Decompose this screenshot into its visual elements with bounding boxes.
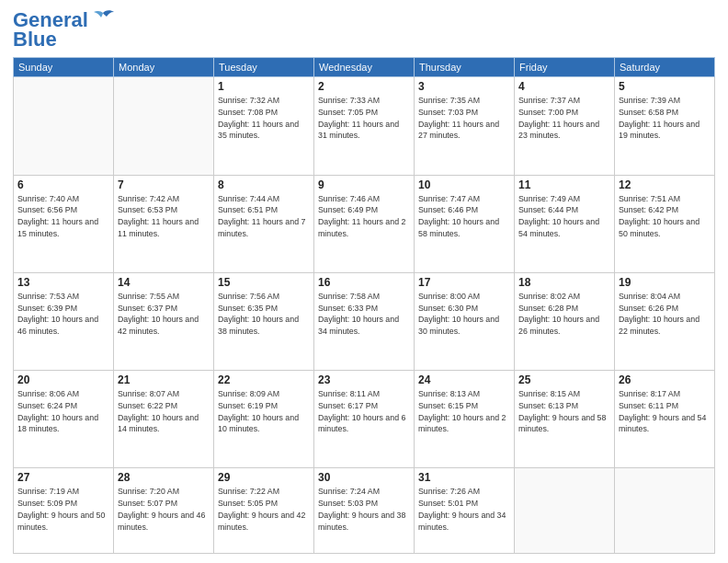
day-info: Sunrise: 7:42 AMSunset: 6:53 PMDaylight:…	[118, 193, 210, 240]
day-info: Sunrise: 8:11 AMSunset: 6:17 PMDaylight:…	[318, 388, 410, 435]
day-number: 6	[17, 178, 109, 191]
day-info: Sunrise: 7:46 AMSunset: 6:49 PMDaylight:…	[318, 193, 410, 240]
day-info: Sunrise: 8:07 AMSunset: 6:22 PMDaylight:…	[118, 388, 210, 435]
day-number: 23	[318, 373, 410, 386]
weekday-header-sunday: Sunday	[14, 58, 114, 77]
weekday-header-wednesday: Wednesday	[314, 58, 415, 77]
day-info: Sunrise: 7:19 AMSunset: 5:09 PMDaylight:…	[17, 486, 109, 533]
day-info: Sunrise: 8:04 AMSunset: 6:26 PMDaylight:…	[619, 291, 711, 338]
calendar-cell: 24Sunrise: 8:13 AMSunset: 6:15 PMDayligh…	[415, 371, 515, 468]
calendar-cell: 2Sunrise: 7:33 AMSunset: 7:05 PMDaylight…	[314, 77, 415, 175]
day-number: 24	[418, 373, 510, 386]
weekday-header-friday: Friday	[515, 58, 615, 77]
day-number: 30	[318, 471, 410, 484]
week-row-4: 20Sunrise: 8:06 AMSunset: 6:24 PMDayligh…	[14, 371, 715, 468]
day-number: 2	[318, 80, 410, 93]
day-number: 4	[518, 80, 610, 93]
calendar-cell: 23Sunrise: 8:11 AMSunset: 6:17 PMDayligh…	[314, 371, 415, 468]
day-info: Sunrise: 7:20 AMSunset: 5:07 PMDaylight:…	[118, 486, 210, 533]
calendar-cell: 22Sunrise: 8:09 AMSunset: 6:19 PMDayligh…	[214, 371, 314, 468]
logo-bird-icon	[90, 9, 116, 28]
day-info: Sunrise: 7:24 AMSunset: 5:03 PMDaylight:…	[318, 486, 410, 533]
day-number: 20	[17, 373, 109, 386]
day-info: Sunrise: 8:06 AMSunset: 6:24 PMDaylight:…	[17, 388, 109, 435]
day-info: Sunrise: 7:32 AMSunset: 7:08 PMDaylight:…	[218, 95, 310, 142]
day-number: 13	[17, 276, 109, 289]
calendar-cell: 15Sunrise: 7:56 AMSunset: 6:35 PMDayligh…	[214, 272, 314, 370]
logo: General Blue	[13, 9, 116, 52]
day-number: 7	[118, 178, 210, 191]
day-number: 3	[418, 80, 510, 93]
calendar-cell: 4Sunrise: 7:37 AMSunset: 7:00 PMDaylight…	[515, 77, 615, 175]
day-info: Sunrise: 7:37 AMSunset: 7:00 PMDaylight:…	[518, 95, 610, 142]
day-number: 8	[218, 178, 310, 191]
calendar-cell: 14Sunrise: 7:55 AMSunset: 6:37 PMDayligh…	[114, 272, 214, 370]
day-info: Sunrise: 7:53 AMSunset: 6:39 PMDaylight:…	[17, 291, 109, 338]
calendar-cell: 1Sunrise: 7:32 AMSunset: 7:08 PMDaylight…	[214, 77, 314, 175]
calendar-cell	[515, 468, 615, 554]
day-info: Sunrise: 7:55 AMSunset: 6:37 PMDaylight:…	[118, 291, 210, 338]
calendar-cell: 7Sunrise: 7:42 AMSunset: 6:53 PMDaylight…	[114, 175, 214, 272]
calendar-cell	[114, 77, 214, 175]
calendar-cell: 5Sunrise: 7:39 AMSunset: 6:58 PMDaylight…	[615, 77, 715, 175]
weekday-header-tuesday: Tuesday	[214, 58, 314, 77]
calendar-cell: 25Sunrise: 8:15 AMSunset: 6:13 PMDayligh…	[515, 371, 615, 468]
calendar-cell: 9Sunrise: 7:46 AMSunset: 6:49 PMDaylight…	[314, 175, 415, 272]
day-number: 16	[318, 276, 410, 289]
calendar-cell: 10Sunrise: 7:47 AMSunset: 6:46 PMDayligh…	[415, 175, 515, 272]
day-info: Sunrise: 7:58 AMSunset: 6:33 PMDaylight:…	[318, 291, 410, 338]
calendar-cell: 26Sunrise: 8:17 AMSunset: 6:11 PMDayligh…	[615, 371, 715, 468]
day-info: Sunrise: 7:35 AMSunset: 7:03 PMDaylight:…	[418, 95, 510, 142]
day-info: Sunrise: 8:09 AMSunset: 6:19 PMDaylight:…	[218, 388, 310, 435]
calendar-cell: 12Sunrise: 7:51 AMSunset: 6:42 PMDayligh…	[615, 175, 715, 272]
header: General Blue	[13, 9, 715, 52]
day-info: Sunrise: 7:49 AMSunset: 6:44 PMDaylight:…	[518, 193, 610, 240]
day-number: 26	[619, 373, 711, 386]
day-number: 15	[218, 276, 310, 289]
weekday-header-monday: Monday	[114, 58, 214, 77]
day-number: 22	[218, 373, 310, 386]
day-info: Sunrise: 8:00 AMSunset: 6:30 PMDaylight:…	[418, 291, 510, 338]
day-number: 27	[17, 471, 109, 484]
calendar-cell	[615, 468, 715, 554]
day-info: Sunrise: 7:51 AMSunset: 6:42 PMDaylight:…	[619, 193, 711, 240]
day-info: Sunrise: 7:33 AMSunset: 7:05 PMDaylight:…	[318, 95, 410, 142]
calendar-cell: 11Sunrise: 7:49 AMSunset: 6:44 PMDayligh…	[515, 175, 615, 272]
day-number: 25	[518, 373, 610, 386]
day-number: 1	[218, 80, 310, 93]
day-number: 14	[118, 276, 210, 289]
calendar-cell: 21Sunrise: 8:07 AMSunset: 6:22 PMDayligh…	[114, 371, 214, 468]
calendar-cell: 19Sunrise: 8:04 AMSunset: 6:26 PMDayligh…	[615, 272, 715, 370]
day-info: Sunrise: 8:17 AMSunset: 6:11 PMDaylight:…	[619, 388, 711, 435]
day-info: Sunrise: 8:02 AMSunset: 6:28 PMDaylight:…	[518, 291, 610, 338]
day-number: 19	[619, 276, 711, 289]
day-number: 17	[418, 276, 510, 289]
day-info: Sunrise: 7:39 AMSunset: 6:58 PMDaylight:…	[619, 95, 711, 142]
day-number: 12	[619, 178, 711, 191]
week-row-3: 13Sunrise: 7:53 AMSunset: 6:39 PMDayligh…	[14, 272, 715, 370]
day-number: 28	[118, 471, 210, 484]
calendar-cell: 13Sunrise: 7:53 AMSunset: 6:39 PMDayligh…	[14, 272, 114, 370]
day-info: Sunrise: 7:56 AMSunset: 6:35 PMDaylight:…	[218, 291, 310, 338]
week-row-2: 6Sunrise: 7:40 AMSunset: 6:56 PMDaylight…	[14, 175, 715, 272]
calendar-cell: 31Sunrise: 7:26 AMSunset: 5:01 PMDayligh…	[415, 468, 515, 554]
day-number: 11	[518, 178, 610, 191]
weekday-header-row: SundayMondayTuesdayWednesdayThursdayFrid…	[14, 58, 715, 77]
calendar-cell: 3Sunrise: 7:35 AMSunset: 7:03 PMDaylight…	[415, 77, 515, 175]
week-row-1: 1Sunrise: 7:32 AMSunset: 7:08 PMDaylight…	[14, 77, 715, 175]
day-info: Sunrise: 7:44 AMSunset: 6:51 PMDaylight:…	[218, 193, 310, 240]
day-info: Sunrise: 7:22 AMSunset: 5:05 PMDaylight:…	[218, 486, 310, 533]
calendar-cell: 27Sunrise: 7:19 AMSunset: 5:09 PMDayligh…	[14, 468, 114, 554]
day-number: 29	[218, 471, 310, 484]
day-number: 5	[619, 80, 711, 93]
calendar-cell: 20Sunrise: 8:06 AMSunset: 6:24 PMDayligh…	[14, 371, 114, 468]
calendar-cell: 30Sunrise: 7:24 AMSunset: 5:03 PMDayligh…	[314, 468, 415, 554]
weekday-header-thursday: Thursday	[415, 58, 515, 77]
calendar-cell: 29Sunrise: 7:22 AMSunset: 5:05 PMDayligh…	[214, 468, 314, 554]
calendar-page: General Blue SundayMondayTuesdayWednesda…	[0, 0, 728, 563]
day-number: 31	[418, 471, 510, 484]
calendar-table: SundayMondayTuesdayWednesdayThursdayFrid…	[13, 57, 715, 554]
calendar-cell: 28Sunrise: 7:20 AMSunset: 5:07 PMDayligh…	[114, 468, 214, 554]
calendar-cell: 6Sunrise: 7:40 AMSunset: 6:56 PMDaylight…	[14, 175, 114, 272]
logo-blue: Blue	[13, 28, 57, 52]
